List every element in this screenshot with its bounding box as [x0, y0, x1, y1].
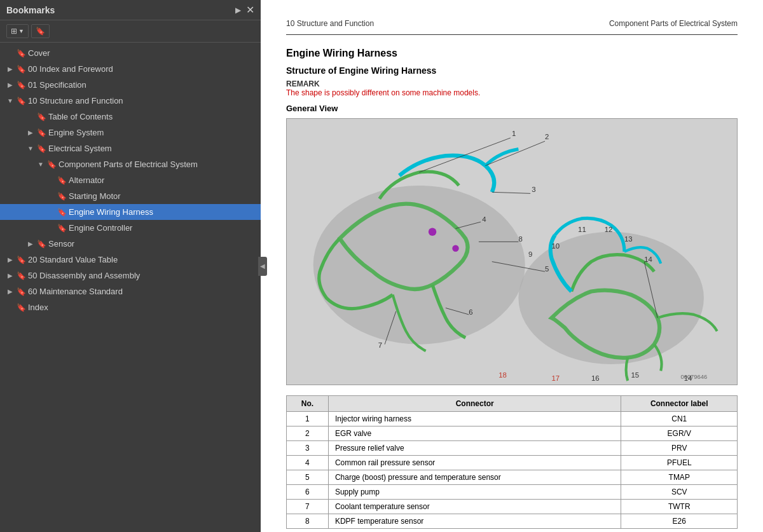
sidebar-item-label-01: 01 Specification — [28, 80, 86, 90]
cell-no: 2 — [287, 426, 329, 441]
sidebar-item-alternator[interactable]: 🔖 Alternator — [0, 172, 261, 188]
table-row: 8 KDPF temperature sensor E26 — [287, 514, 738, 529]
svg-text:2: 2 — [545, 133, 549, 140]
table-row: 6 Supply pump SCV — [287, 485, 738, 500]
sidebar-item-60[interactable]: ▶ 🔖 60 Maintenance Standard — [0, 283, 261, 299]
sidebar-item-label-00: 00 Index and Foreword — [28, 64, 113, 74]
sidebar-item-starting-motor[interactable]: 🔖 Starting Motor — [0, 188, 261, 204]
expand-sensor[interactable]: ▶ — [25, 240, 36, 247]
table-row: 5 Charge (boost) pressure and temperatur… — [287, 470, 738, 485]
sidebar-item-label-index: Index — [28, 303, 48, 312]
sidebar-item-toc[interactable]: 🔖 Table of Contents — [0, 109, 261, 125]
svg-text:10: 10 — [551, 242, 560, 250]
expand-60[interactable]: ▶ — [5, 288, 15, 295]
sidebar-item-component-parts[interactable]: ▼ 🔖 Component Parts of Electrical System — [0, 156, 261, 172]
svg-text:5: 5 — [545, 265, 549, 273]
svg-text:9: 9 — [528, 250, 532, 258]
cell-connector: Injector wiring harness — [328, 412, 621, 426]
bookmark-icon-wiring: 🔖 — [57, 208, 66, 217]
cell-no: 8 — [287, 514, 329, 529]
sidebar-item-cover[interactable]: 🔖 Cover — [0, 45, 261, 61]
svg-text:8: 8 — [518, 235, 522, 243]
sidebar-item-engine-wiring[interactable]: 🔖 Engine Wiring Harness — [0, 204, 261, 220]
close-button[interactable]: ✕ — [246, 4, 254, 16]
table-row: 4 Common rail pressure sensor PFUEL — [287, 456, 738, 470]
bookmark-icon-cover: 🔖 — [17, 49, 25, 58]
sidebar-item-01[interactable]: ▶ 🔖 01 Specification — [0, 77, 261, 93]
svg-text:15: 15 — [631, 371, 639, 379]
list-icon: ⊞ — [11, 27, 17, 36]
bookmark-icon-01: 🔖 — [17, 81, 25, 90]
remark-label: REMARK — [286, 79, 738, 88]
svg-line-9 — [492, 192, 530, 193]
table-header-label: Connector label — [621, 396, 738, 412]
cell-connector: Pressure relief valve — [328, 441, 621, 456]
bookmark-icon-index: 🔖 — [17, 303, 25, 312]
cell-label: SCV — [621, 485, 738, 500]
bookmark-icon-sensor: 🔖 — [37, 240, 46, 249]
expand-engine-system[interactable]: ▶ — [25, 129, 36, 136]
sidebar-item-label-engine-system: Engine System — [48, 128, 104, 137]
svg-text:17: 17 — [551, 374, 560, 382]
sidebar-item-engine-system[interactable]: ▶ 🔖 Engine System — [0, 125, 261, 140]
bookmark-icon-10: 🔖 — [17, 97, 25, 106]
svg-text:00079646: 00079646 — [681, 374, 708, 380]
expand-placeholder-toc — [25, 113, 36, 120]
sidebar-item-label-cover: Cover — [28, 48, 50, 58]
svg-text:13: 13 — [624, 235, 633, 243]
sidebar-collapse-handle[interactable]: ◀ — [258, 257, 267, 276]
sidebar-item-index[interactable]: 🔖 Index — [0, 299, 261, 315]
table-row: 2 EGR valve EGR/V — [287, 426, 738, 441]
cell-label: PRV — [621, 441, 738, 456]
sidebar-title: Bookmarks — [6, 5, 55, 15]
svg-point-2 — [429, 228, 436, 236]
bookmark-tree[interactable]: 🔖 Cover ▶ 🔖 00 Index and Foreword ▶ 🔖 01… — [0, 43, 261, 532]
sidebar-item-10[interactable]: ▼ 🔖 10 Structure and Function — [0, 93, 261, 109]
cell-no: 5 — [287, 470, 329, 485]
sidebar-item-sensor[interactable]: ▶ 🔖 Sensor — [0, 236, 261, 252]
cell-label: TWTR — [621, 500, 738, 514]
table-header-connector: Connector — [328, 396, 621, 412]
expand-01[interactable]: ▶ — [5, 81, 15, 88]
sidebar-item-electrical[interactable]: ▼ 🔖 Electrical System — [0, 140, 261, 156]
cell-no: 4 — [287, 456, 329, 470]
cell-no: 1 — [287, 412, 329, 426]
sidebar-item-engine-controller[interactable]: 🔖 Engine Controller — [0, 220, 261, 236]
expand-placeholder-alternator — [46, 177, 56, 184]
cell-connector: Charge (boost) pressure and temperature … — [328, 470, 621, 485]
sidebar-header: Bookmarks ▶ ✕ — [0, 0, 261, 20]
cell-label: CN1 — [621, 412, 738, 426]
dropdown-arrow: ▼ — [18, 28, 24, 34]
svg-text:16: 16 — [591, 374, 600, 382]
expand-20[interactable]: ▶ — [5, 256, 15, 263]
bookmark-icon-electrical: 🔖 — [37, 144, 46, 153]
table-header-no: No. — [287, 396, 329, 412]
general-view-label: General View — [286, 104, 738, 113]
sidebar-item-label-wiring: Engine Wiring Harness — [69, 207, 153, 217]
expand-50[interactable]: ▶ — [5, 272, 15, 279]
expand-electrical[interactable]: ▼ — [25, 145, 36, 152]
sidebar-item-00[interactable]: ▶ 🔖 00 Index and Foreword — [0, 61, 261, 77]
expand-00[interactable]: ▶ — [5, 65, 15, 72]
sidebar-item-label-starting: Starting Motor — [69, 191, 121, 201]
bookmark-icon-engine-system: 🔖 — [37, 128, 46, 137]
expand-component-parts[interactable]: ▼ — [36, 161, 46, 168]
expand-10[interactable]: ▼ — [5, 97, 15, 104]
sidebar-item-label-60: 60 Maintenance Standard — [28, 287, 123, 296]
sidebar-toolbar: ⊞ ▼ 🔖 — [0, 20, 261, 43]
bookmark-icon: 🔖 — [36, 27, 45, 36]
sidebar-item-20[interactable]: ▶ 🔖 20 Standard Value Table — [0, 252, 261, 268]
cell-connector: EGR valve — [328, 426, 621, 441]
bookmark-icon-controller: 🔖 — [57, 224, 66, 233]
expand-placeholder — [5, 50, 15, 57]
expand-placeholder-controller — [46, 224, 56, 231]
svg-text:1: 1 — [512, 130, 516, 137]
connector-table: No. Connector Connector label 1 Injector… — [286, 395, 738, 529]
svg-point-1 — [518, 232, 704, 364]
bookmark-icon-50: 🔖 — [17, 271, 25, 280]
bookmark-button[interactable]: 🔖 — [31, 24, 50, 38]
list-view-button[interactable]: ⊞ ▼ — [6, 24, 29, 38]
sidebar-item-50[interactable]: ▶ 🔖 50 Disassembly and Assembly — [0, 268, 261, 283]
table-row: 7 Coolant temperature sensor TWTR — [287, 500, 738, 514]
cell-no: 3 — [287, 441, 329, 456]
